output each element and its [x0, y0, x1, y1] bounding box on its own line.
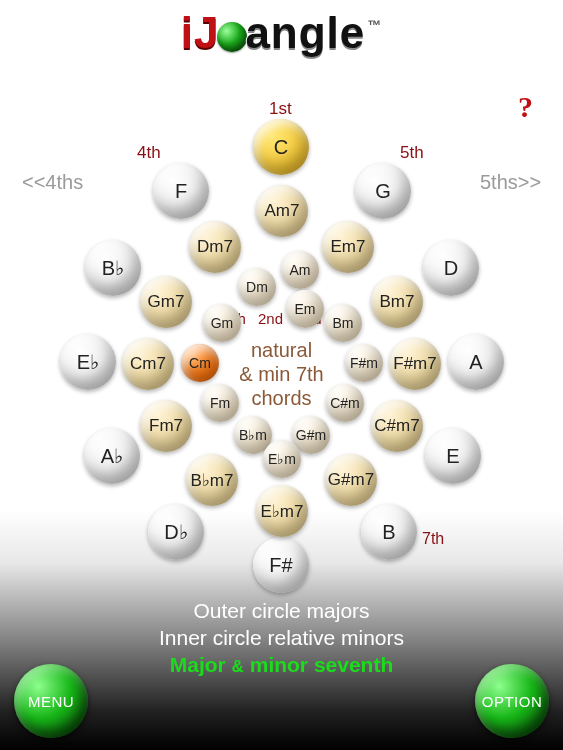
chord-Am[interactable]: Am: [281, 251, 319, 289]
chord-Am7[interactable]: Am7: [256, 185, 308, 237]
label-4th: 4th: [137, 143, 161, 163]
chord-D[interactable]: D: [423, 240, 479, 296]
legend-line1: Outer circle majors: [0, 597, 563, 624]
help-button[interactable]: ?: [518, 90, 533, 124]
chord-Dm[interactable]: Dm: [238, 268, 276, 306]
nav-fourths[interactable]: <<4ths: [22, 171, 83, 194]
chord-Fsharp[interactable]: F#: [253, 537, 309, 593]
legend: Outer circle majors Inner circle relativ…: [0, 597, 563, 680]
logo-i: i: [181, 8, 194, 57]
chord-Db[interactable]: D♭: [148, 504, 204, 560]
chord-Fm7[interactable]: Fm7: [140, 400, 192, 452]
logo-tm: ™: [367, 17, 382, 33]
legend-line2: Inner circle relative minors: [0, 624, 563, 651]
nav-fifths[interactable]: 5ths>>: [480, 171, 541, 194]
chord-Em[interactable]: Em: [286, 290, 324, 328]
menu-button[interactable]: MENU: [14, 664, 88, 738]
chord-Gshm7[interactable]: G#m7: [325, 454, 377, 506]
label-7th: 7th: [422, 530, 444, 548]
chord-Fshm7[interactable]: F#m7: [389, 338, 441, 390]
app-logo: iJangle™: [0, 8, 563, 58]
logo-ball-icon: [217, 22, 247, 52]
chord-Bbm7[interactable]: B♭m7: [186, 454, 238, 506]
label-5th: 5th: [400, 143, 424, 163]
chord-Cshm7[interactable]: C#m7: [371, 400, 423, 452]
chord-Fshm[interactable]: F#m: [345, 344, 383, 382]
chord-Gm[interactable]: Gm: [203, 304, 241, 342]
chord-Ebm7[interactable]: E♭m7: [256, 485, 308, 537]
chord-Bb[interactable]: B♭: [85, 240, 141, 296]
chord-C[interactable]: C: [253, 119, 309, 175]
chord-Cshm[interactable]: C#m: [326, 384, 364, 422]
chord-G[interactable]: G: [355, 163, 411, 219]
legend-line3: Major & minor seventh: [0, 651, 563, 680]
label-2nd: 2nd: [258, 310, 283, 327]
chord-E[interactable]: E: [425, 428, 481, 484]
chord-Ab[interactable]: A♭: [84, 428, 140, 484]
option-button[interactable]: OPTION: [475, 664, 549, 738]
chord-B[interactable]: B: [361, 504, 417, 560]
chord-Ebm[interactable]: E♭m: [263, 440, 301, 478]
chord-Cm[interactable]: Cm: [181, 344, 219, 382]
chord-F[interactable]: F: [153, 163, 209, 219]
chord-A[interactable]: A: [448, 334, 504, 390]
chord-Em7[interactable]: Em7: [322, 221, 374, 273]
chord-Bm7[interactable]: Bm7: [371, 276, 423, 328]
chord-Bm[interactable]: Bm: [324, 304, 362, 342]
label-1st: 1st: [269, 99, 292, 119]
chord-Dm7[interactable]: Dm7: [189, 221, 241, 273]
chord-Cm7[interactable]: Cm7: [122, 338, 174, 390]
chord-Gm7[interactable]: Gm7: [140, 276, 192, 328]
chord-Eb[interactable]: E♭: [60, 334, 116, 390]
logo-angle: angle: [245, 8, 365, 57]
chord-Fm[interactable]: Fm: [201, 384, 239, 422]
logo-j: J: [194, 8, 219, 57]
